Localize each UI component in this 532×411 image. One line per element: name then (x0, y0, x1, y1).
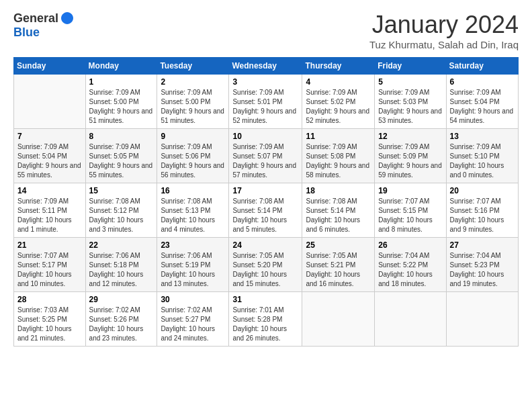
calendar-page: General Blue January 2024 Tuz Khurmatu, … (0, 0, 532, 411)
table-row: 24Sunrise: 7:05 AMSunset: 5:20 PMDayligh… (229, 238, 302, 292)
day-info: Sunrise: 7:08 AMSunset: 5:12 PMDaylight:… (89, 197, 154, 234)
calendar-week-row: 28Sunrise: 7:03 AMSunset: 5:25 PMDayligh… (14, 292, 519, 347)
day-info: Sunrise: 7:02 AMSunset: 5:27 PMDaylight:… (161, 306, 225, 343)
col-saturday: Saturday (446, 58, 518, 75)
day-number: 23 (161, 240, 225, 250)
location-subtitle: Tuz Khurmatu, Salah ad Din, Iraq (369, 39, 519, 50)
logo: General Blue (13, 11, 75, 40)
logo-blue-text: Blue (13, 26, 40, 39)
day-info: Sunrise: 7:05 AMSunset: 5:21 PMDaylight:… (306, 251, 371, 289)
day-info: Sunrise: 7:04 AMSunset: 5:22 PMDaylight:… (378, 251, 442, 289)
day-info: Sunrise: 7:07 AMSunset: 5:15 PMDaylight:… (378, 197, 442, 234)
table-row: 23Sunrise: 7:06 AMSunset: 5:19 PMDayligh… (157, 238, 229, 292)
day-number: 11 (306, 132, 371, 141)
day-number: 6 (450, 77, 515, 87)
day-number: 27 (450, 240, 515, 250)
day-info: Sunrise: 7:08 AMSunset: 5:14 PMDaylight:… (306, 197, 371, 234)
col-monday: Monday (85, 58, 157, 75)
day-info: Sunrise: 7:05 AMSunset: 5:20 PMDaylight:… (232, 251, 298, 289)
table-row: 31Sunrise: 7:01 AMSunset: 5:28 PMDayligh… (229, 292, 302, 347)
day-number: 15 (89, 186, 154, 195)
col-friday: Friday (375, 58, 446, 75)
day-number: 28 (17, 295, 82, 304)
calendar-week-row: 1Sunrise: 7:09 AMSunset: 5:00 PMDaylight… (14, 75, 519, 129)
day-info: Sunrise: 7:09 AMSunset: 5:09 PMDaylight:… (378, 142, 442, 180)
calendar-header-row: Sunday Monday Tuesday Wednesday Thursday… (14, 58, 519, 75)
day-number: 12 (378, 132, 442, 141)
day-info: Sunrise: 7:09 AMSunset: 5:01 PMDaylight:… (232, 88, 298, 126)
day-info: Sunrise: 7:09 AMSunset: 5:00 PMDaylight:… (89, 88, 154, 126)
table-row: 8Sunrise: 7:09 AMSunset: 5:05 PMDaylight… (85, 129, 157, 183)
day-number: 9 (161, 132, 225, 141)
day-info: Sunrise: 7:09 AMSunset: 5:00 PMDaylight:… (161, 88, 225, 126)
col-wednesday: Wednesday (229, 58, 302, 75)
table-row: 12Sunrise: 7:09 AMSunset: 5:09 PMDayligh… (375, 129, 446, 183)
col-tuesday: Tuesday (157, 58, 229, 75)
day-number: 7 (17, 132, 82, 141)
day-number: 5 (378, 77, 442, 87)
day-number: 17 (232, 186, 298, 195)
table-row (14, 75, 86, 129)
day-number: 20 (450, 186, 515, 195)
day-number: 21 (17, 240, 82, 250)
table-row: 21Sunrise: 7:07 AMSunset: 5:17 PMDayligh… (14, 238, 86, 292)
day-info: Sunrise: 7:09 AMSunset: 5:04 PMDaylight:… (450, 88, 515, 126)
logo-flag-icon (60, 11, 75, 26)
day-number: 19 (378, 186, 442, 195)
day-number: 29 (89, 295, 154, 304)
table-row: 29Sunrise: 7:02 AMSunset: 5:26 PMDayligh… (85, 292, 157, 347)
table-row: 5Sunrise: 7:09 AMSunset: 5:03 PMDaylight… (375, 75, 446, 129)
col-thursday: Thursday (302, 58, 375, 75)
table-row: 17Sunrise: 7:08 AMSunset: 5:14 PMDayligh… (229, 183, 302, 238)
day-info: Sunrise: 7:09 AMSunset: 5:02 PMDaylight:… (306, 88, 371, 126)
day-number: 30 (161, 295, 225, 304)
table-row: 20Sunrise: 7:07 AMSunset: 5:16 PMDayligh… (446, 183, 518, 238)
table-row: 10Sunrise: 7:09 AMSunset: 5:07 PMDayligh… (229, 129, 302, 183)
calendar-week-row: 7Sunrise: 7:09 AMSunset: 5:04 PMDaylight… (14, 129, 519, 183)
table-row: 7Sunrise: 7:09 AMSunset: 5:04 PMDaylight… (14, 129, 86, 183)
day-number: 14 (17, 186, 82, 195)
calendar-week-row: 14Sunrise: 7:09 AMSunset: 5:11 PMDayligh… (14, 183, 519, 238)
table-row: 11Sunrise: 7:09 AMSunset: 5:08 PMDayligh… (302, 129, 375, 183)
table-row: 16Sunrise: 7:08 AMSunset: 5:13 PMDayligh… (157, 183, 229, 238)
day-number: 1 (89, 77, 154, 87)
table-row: 9Sunrise: 7:09 AMSunset: 5:06 PMDaylight… (157, 129, 229, 183)
table-row: 15Sunrise: 7:08 AMSunset: 5:12 PMDayligh… (85, 183, 157, 238)
col-sunday: Sunday (14, 58, 86, 75)
calendar-table: Sunday Monday Tuesday Wednesday Thursday… (13, 57, 519, 347)
day-info: Sunrise: 7:02 AMSunset: 5:26 PMDaylight:… (89, 306, 154, 343)
table-row (375, 292, 446, 347)
day-info: Sunrise: 7:07 AMSunset: 5:17 PMDaylight:… (17, 251, 82, 289)
table-row: 3Sunrise: 7:09 AMSunset: 5:01 PMDaylight… (229, 75, 302, 129)
table-row: 6Sunrise: 7:09 AMSunset: 5:04 PMDaylight… (446, 75, 518, 129)
title-block: January 2024 Tuz Khurmatu, Salah ad Din,… (369, 11, 519, 50)
day-number: 3 (232, 77, 298, 87)
day-number: 24 (232, 240, 298, 250)
table-row: 2Sunrise: 7:09 AMSunset: 5:00 PMDaylight… (157, 75, 229, 129)
day-info: Sunrise: 7:04 AMSunset: 5:23 PMDaylight:… (450, 251, 515, 289)
day-number: 31 (232, 295, 298, 304)
day-info: Sunrise: 7:08 AMSunset: 5:13 PMDaylight:… (161, 197, 225, 234)
day-info: Sunrise: 7:09 AMSunset: 5:06 PMDaylight:… (161, 142, 225, 180)
table-row: 14Sunrise: 7:09 AMSunset: 5:11 PMDayligh… (14, 183, 86, 238)
table-row: 22Sunrise: 7:06 AMSunset: 5:18 PMDayligh… (85, 238, 157, 292)
table-row: 27Sunrise: 7:04 AMSunset: 5:23 PMDayligh… (446, 238, 518, 292)
day-info: Sunrise: 7:09 AMSunset: 5:10 PMDaylight:… (450, 142, 515, 180)
table-row: 30Sunrise: 7:02 AMSunset: 5:27 PMDayligh… (157, 292, 229, 347)
day-info: Sunrise: 7:08 AMSunset: 5:14 PMDaylight:… (232, 197, 298, 234)
day-info: Sunrise: 7:09 AMSunset: 5:07 PMDaylight:… (232, 142, 298, 180)
day-info: Sunrise: 7:09 AMSunset: 5:11 PMDaylight:… (17, 197, 82, 234)
day-number: 13 (450, 132, 515, 141)
day-number: 16 (161, 186, 225, 195)
table-row: 4Sunrise: 7:09 AMSunset: 5:02 PMDaylight… (302, 75, 375, 129)
table-row: 18Sunrise: 7:08 AMSunset: 5:14 PMDayligh… (302, 183, 375, 238)
day-number: 18 (306, 186, 371, 195)
logo-general-text: General (13, 11, 58, 26)
day-number: 25 (306, 240, 371, 250)
page-header: General Blue January 2024 Tuz Khurmatu, … (13, 11, 519, 50)
table-row: 25Sunrise: 7:05 AMSunset: 5:21 PMDayligh… (302, 238, 375, 292)
month-title: January 2024 (369, 11, 519, 39)
day-info: Sunrise: 7:03 AMSunset: 5:25 PMDaylight:… (17, 306, 82, 343)
day-info: Sunrise: 7:06 AMSunset: 5:19 PMDaylight:… (161, 251, 225, 289)
table-row: 1Sunrise: 7:09 AMSunset: 5:00 PMDaylight… (85, 75, 157, 129)
